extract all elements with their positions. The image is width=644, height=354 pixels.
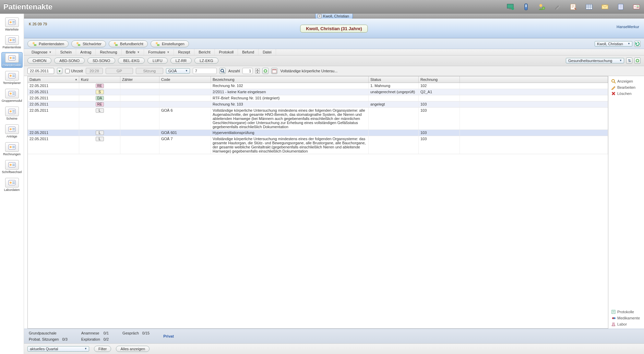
uhrzeit-check[interactable] [65, 69, 70, 73]
svg-rect-25 [12, 57, 15, 58]
menu-formulare[interactable]: Formulare▼ [144, 49, 174, 55]
svg-point-68 [612, 80, 615, 82]
val-exploration: 0/2 [104, 337, 109, 341]
entry-actions-panel: Anzeigen Bearbeiten Löschen [610, 76, 644, 99]
menu-bericht[interactable]: Bericht [194, 49, 215, 55]
tb-icon-phone[interactable] [522, 3, 530, 11]
table-row[interactable]: 22.05.2011RERechnung Nr. 1021. Mahnung10… [28, 83, 608, 89]
patientendaten-button[interactable]: Patientendaten [27, 40, 69, 47]
th-code[interactable]: Code [159, 76, 211, 83]
tab-label: Kwoll, Christian [323, 14, 349, 18]
tag-chron[interactable]: CHRON [27, 58, 51, 64]
action-anzeigen[interactable]: Anzeigen [611, 78, 643, 84]
th-datum[interactable]: Datum [28, 76, 79, 83]
svg-rect-53 [12, 182, 15, 182]
th-zaehler[interactable]: Zähler [120, 76, 159, 83]
tb-icon-notebook[interactable] [617, 3, 625, 11]
alles-anzeigen-button[interactable]: Alles anzeigen [116, 346, 150, 352]
menu-befund[interactable]: Befund [238, 49, 259, 55]
link-protokolle[interactable]: Protokolle [611, 309, 643, 315]
table-row[interactable]: 22.05.2011LGOÄ 7Vollständige körperliche… [28, 136, 608, 154]
menu-diagnose[interactable]: Diagnose▼ [27, 49, 56, 55]
th-rechnung[interactable]: Rechnung [419, 76, 460, 83]
tb-icon-form[interactable] [569, 3, 577, 11]
menu-briefe[interactable]: Briefe▼ [122, 49, 144, 55]
sidebar-item-patientenakte[interactable]: Patientenakte [1, 52, 23, 68]
sidebar-item-schriftwechsel[interactable]: Schriftwechsel [1, 159, 23, 175]
tag-bel-ekg[interactable]: BEL-EKG [118, 58, 145, 64]
sidebar-item-label: Anträge [2, 135, 22, 138]
menu-schein[interactable]: Schein [56, 49, 76, 55]
menu-antrag[interactable]: Antrag [76, 49, 96, 55]
tags-right-select[interactable]: Gesundheitsuntersuchung [566, 58, 624, 63]
tag-lz-ekg[interactable]: LZ-EKG [194, 58, 218, 64]
th-bezeichnung[interactable]: Bezeichnung [211, 76, 369, 83]
lbl-grundpauschale: Grundpauschale [29, 331, 59, 335]
link-medikamente[interactable]: Medikamente [611, 315, 643, 321]
anzahl-stepper[interactable]: ▴▾ [255, 68, 260, 74]
patient-select[interactable]: Kwoll, Christian [595, 41, 632, 47]
uhrzeit-checkbox[interactable]: Uhrzeit [65, 69, 83, 73]
search-button[interactable] [219, 68, 226, 74]
table-row[interactable]: 22.05.2011RERechnung Nr. 103angelegt103 [28, 101, 608, 108]
tb-icon-card-user[interactable] [632, 3, 641, 11]
tb-icon-user-gear[interactable] [538, 3, 546, 11]
code-input[interactable]: 7 [193, 68, 217, 74]
tarif-select[interactable]: GOÄ [166, 68, 190, 74]
tag-lz-rr[interactable]: LZ-RR [170, 58, 192, 64]
anzahl-input[interactable]: 1 [242, 68, 253, 74]
link-labor-label: Labor [617, 322, 627, 326]
link-labor[interactable]: Labor [611, 321, 643, 327]
tag-lufu[interactable]: LUFU [147, 58, 168, 64]
svg-point-44 [10, 146, 12, 148]
tb-icon-tools[interactable] [553, 3, 562, 11]
tag-abd-sono[interactable]: ABD-SONO [54, 58, 85, 64]
sidebar-item-patientenliste[interactable]: Patientenliste [1, 34, 23, 50]
action-loeschen[interactable]: Löschen [611, 90, 643, 97]
sidebar-item-scheine[interactable]: Scheine [1, 106, 23, 121]
refresh-button[interactable] [634, 41, 641, 47]
date-dropdown[interactable]: ▾ [57, 68, 62, 74]
menu-protokoll[interactable]: Protokoll [215, 49, 238, 55]
calendar-button[interactable] [271, 68, 277, 74]
date-input[interactable]: 22.05.2011 [27, 68, 54, 74]
einstellungen-button[interactable]: Einstellungen [151, 40, 189, 47]
table-row[interactable]: 22.05.2011DARTF-Brief: Rechnung Nr. 101 … [28, 95, 608, 101]
menu-datei[interactable]: Datei [259, 49, 276, 55]
action-bearbeiten[interactable]: Bearbeiten [611, 84, 643, 90]
cell-bezeichnung: 2/2011 - keine Karte eingelesen [211, 89, 369, 95]
lbl-privat: Privat [163, 334, 174, 338]
add-tag-button[interactable] [634, 58, 641, 64]
close-icon[interactable]: × [318, 14, 322, 18]
sidebar-item-gruppenmodul[interactable]: Gruppenmodul [1, 88, 23, 103]
table-row[interactable]: 22.05.2011LGOÄ 6Vollständige körperliche… [28, 108, 608, 130]
menu-rezept[interactable]: Rezept [174, 49, 194, 55]
menu-rechnung[interactable]: Rechnung [96, 49, 121, 55]
updown-button[interactable]: ⇅ [626, 58, 632, 64]
befundbericht-button[interactable]: Befundbericht [109, 40, 148, 47]
sidebar-item-labordaten[interactable]: Labordaten [1, 177, 23, 193]
filter-button[interactable]: Filter [94, 346, 111, 352]
table-row[interactable]: 22.05.2011LGOÄ 601Hyperventilationsprüfu… [28, 130, 608, 136]
tb-icon-mail[interactable] [601, 3, 609, 11]
filter-row: 22.05.2011 ▾ Uhrzeit 20:28 GP Sitzung GO… [24, 66, 644, 76]
quartal-select[interactable]: aktuelles Quartal [27, 346, 89, 352]
gp-field: GP [106, 68, 133, 74]
tag-sd-sono[interactable]: SD-SONO [87, 58, 115, 64]
cell-datum: 22.05.2011 [28, 130, 79, 136]
entries-table: Datum Kurz Zähler Code Bezeichnung Statu… [27, 76, 608, 329]
tb-icon-grid[interactable] [585, 3, 593, 11]
tb-icon-monitor[interactable] [506, 3, 514, 11]
add-entry-button[interactable] [262, 68, 269, 74]
sidebar-item-warteliste[interactable]: Warteliste [1, 16, 23, 32]
table-row[interactable]: 22.05.2011S2/2011 - keine Karte eingeles… [28, 89, 608, 95]
sidebar-item-rechnungen[interactable]: Rechnungen [1, 141, 23, 157]
th-kurz[interactable]: Kurz [79, 76, 120, 83]
stichwoerter-button[interactable]: Stichwörter [71, 40, 106, 47]
th-status[interactable]: Status [369, 76, 419, 83]
cell-zaehler [120, 83, 159, 89]
svg-point-16 [10, 21, 12, 23]
sidebar-item-terminplaner[interactable]: Terminplaner [1, 70, 23, 86]
menu-label: Briefe [126, 50, 136, 54]
sidebar-item-antraege[interactable]: Anträge [1, 123, 23, 139]
